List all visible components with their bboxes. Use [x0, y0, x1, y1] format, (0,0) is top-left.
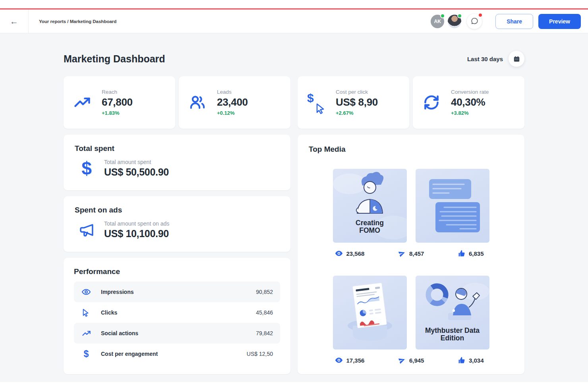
stat-value: 40,30%	[451, 96, 489, 108]
stat-card-cost-per-click: $ Cost per click US$ 8,90 +2.67%	[298, 76, 409, 129]
dollar-icon: $	[81, 350, 91, 359]
perf-label: Cost per engagement	[101, 351, 158, 357]
page-title: Marketing Dashboard	[64, 53, 165, 65]
stat-value: US$ 8,90	[336, 96, 378, 108]
views-stat: 23,568	[335, 249, 365, 258]
amount-label: Total amount spent	[104, 159, 169, 165]
eye-icon	[81, 287, 91, 297]
online-status-dot	[457, 14, 462, 18]
conversion-arrows-icon	[422, 91, 441, 114]
stat-value: 23,400	[217, 96, 248, 108]
trending-up-icon	[72, 91, 92, 114]
perf-value: 90,852	[256, 289, 273, 295]
amount-value: US$ 50,500.90	[104, 166, 169, 178]
stat-delta: +3.82%	[451, 110, 489, 116]
media-thumbnail-chat-conversation[interactable]	[416, 169, 489, 243]
thumbs-up-icon	[458, 249, 466, 257]
notification-dot	[478, 13, 483, 17]
header-actions: AK Share Preview	[427, 14, 588, 29]
avatar-ak[interactable]: AK	[431, 15, 444, 28]
total-spent-title: Total spent	[75, 144, 279, 153]
avatar-initials: AK	[434, 19, 441, 24]
trending-up-icon	[81, 329, 91, 338]
comments-button[interactable]	[467, 14, 482, 29]
stat-label: Cost per click	[336, 89, 378, 95]
spent-on-ads-title: Spent on ads	[75, 206, 279, 214]
chat-bubble-icon	[470, 17, 479, 25]
stat-card-leads: Leads 23,400 +0.12%	[179, 76, 290, 129]
performance-card: Performance Impressions 90,852	[64, 258, 290, 374]
views-count: 17,356	[346, 357, 365, 364]
views-count: 23,568	[346, 250, 365, 257]
title-row: Marketing Dashboard Last 30 days	[64, 51, 524, 67]
share-button[interactable]: Share	[495, 14, 533, 29]
likes-stat: 3,034	[458, 356, 484, 365]
preview-button[interactable]: Preview	[538, 14, 581, 29]
stat-card-conversion-rate: Conversion rate 40,30% +3.82%	[413, 76, 524, 129]
likes-count: 6,835	[469, 250, 484, 257]
perf-label: Social actions	[101, 330, 138, 336]
perf-value: 45,846	[256, 309, 273, 316]
stat-delta: +0.12%	[217, 110, 248, 116]
performance-row-social-actions: Social actions 79,842	[74, 323, 280, 344]
right-column: Top Media	[298, 135, 524, 374]
media-thumbnail-mythbuster[interactable]: Mythbuster Data Edition	[416, 276, 489, 350]
calendar-button[interactable]	[509, 51, 524, 67]
shares-stat: 6,945	[398, 356, 424, 365]
stat-label: Reach	[102, 89, 133, 95]
calendar-icon	[513, 55, 520, 63]
date-range-control: Last 30 days	[467, 51, 524, 67]
thumbs-up-icon	[458, 356, 466, 364]
megaphone-icon	[78, 220, 95, 240]
back-button[interactable]: ←	[0, 10, 29, 33]
views-stat: 17,356	[335, 356, 365, 365]
header: ← Your reports / Marketing Dashboard AK …	[0, 10, 588, 33]
stat-card-reach: Reach 67,800 +1.83%	[64, 76, 175, 129]
dollar-cursor-icon: $	[306, 91, 326, 114]
media-stats-row: 23,568 8,457	[333, 249, 489, 258]
media-item: Mythbuster Data Edition 17,356	[333, 276, 489, 365]
dashboard-body: Marketing Dashboard Last 30 days	[0, 33, 588, 382]
send-icon	[398, 356, 406, 364]
amount-label: Total amount spent on ads	[104, 220, 169, 227]
online-status-dot	[440, 14, 445, 18]
amount-value: US$ 10,100.90	[104, 228, 169, 239]
kpi-row: Reach 67,800 +1.83%	[64, 76, 524, 129]
perf-label: Impressions	[101, 289, 133, 295]
media-caption: Mythbuster Data Edition	[421, 327, 484, 342]
top-media-title: Top Media	[309, 145, 513, 154]
top-strip	[0, 0, 588, 8]
date-range-label: Last 30 days	[467, 56, 503, 62]
stat-delta: +2.67%	[336, 110, 378, 116]
breadcrumb: Your reports / Marketing Dashboard	[39, 19, 116, 24]
media-thumbnail-report[interactable]	[333, 276, 407, 350]
shares-count: 8,457	[409, 250, 424, 257]
total-spent-card: Total spent $ Total amount spent US$ 50,…	[64, 135, 290, 190]
media-thumbnail-creating-fomo[interactable]: Creating FOMO	[333, 169, 407, 243]
performance-title: Performance	[74, 267, 280, 276]
perf-value: 79,842	[256, 330, 273, 336]
chat-bubbles-illustration	[416, 169, 489, 243]
stat-label: Leads	[217, 89, 248, 95]
app-window: ← Your reports / Marketing Dashboard AK …	[0, 0, 588, 382]
perf-value: US$ 12,50	[247, 351, 273, 357]
stat-label: Conversion rate	[451, 89, 489, 95]
performance-row-cost-per-engagement: $ Cost per engagement US$ 12,50	[74, 344, 280, 364]
back-arrow-icon: ←	[10, 17, 18, 25]
report-illustration	[333, 276, 407, 350]
performance-row-clicks: Clicks 45,846	[74, 302, 280, 323]
avatar-photo[interactable]	[448, 15, 461, 28]
perf-label: Clicks	[101, 309, 117, 316]
shares-count: 6,945	[409, 357, 424, 364]
media-stats-row: 17,356 6,945	[333, 356, 489, 365]
stat-delta: +1.83%	[102, 110, 133, 116]
send-icon	[398, 249, 406, 257]
left-column: Total spent $ Total amount spent US$ 50,…	[64, 135, 290, 374]
media-item: Creating FOMO	[333, 169, 489, 258]
users-icon	[188, 91, 207, 114]
performance-row-impressions: Impressions 90,852	[74, 282, 280, 302]
likes-stat: 6,835	[458, 249, 484, 258]
spent-on-ads-card: Spent on ads Total amount spent on ads	[64, 196, 290, 252]
eye-icon	[335, 249, 343, 258]
cursor-icon	[81, 308, 91, 317]
